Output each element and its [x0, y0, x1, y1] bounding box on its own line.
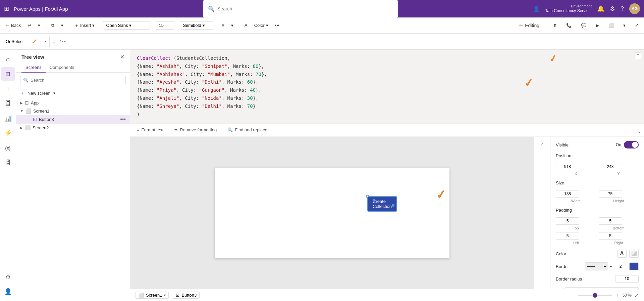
properties-collapse-btn[interactable]: ⌃ [540, 140, 545, 150]
find-replace-icon: 🔍 [227, 127, 233, 132]
expand-canvas-button[interactable]: ⤢ [634, 292, 639, 298]
undo-dropdown-button[interactable]: ▾ [35, 22, 43, 29]
align-button[interactable]: ≡ [219, 22, 227, 29]
grid-icon[interactable]: ⊞ [4, 5, 9, 12]
copy-button[interactable]: ⧉ [49, 22, 57, 30]
align-dropdown-button[interactable]: ▾ [228, 22, 236, 29]
tree-close-button[interactable]: ✕ [120, 54, 124, 60]
color-text-icon[interactable]: A [617, 250, 627, 258]
tree-item-screen1[interactable]: ▼ ⬜ Screen1 [16, 107, 130, 115]
padding-top-input[interactable] [556, 217, 579, 225]
zoom-slider[interactable] [578, 295, 612, 296]
preview-dropdown-button[interactable]: ▾ [621, 22, 628, 29]
create-collection-button[interactable]: Create Collection [367, 196, 397, 212]
size-height-input[interactable] [599, 190, 622, 198]
border-width-input[interactable] [614, 263, 627, 270]
more-button[interactable]: ••• [272, 22, 282, 29]
size-label-row: Size [556, 180, 639, 185]
color-button[interactable]: Color ▾ [252, 22, 271, 29]
prop-padding: Padding Top Bottom [556, 208, 639, 245]
padding-right-input[interactable] [599, 232, 622, 240]
code-collapse-top[interactable]: ⌃ [635, 52, 641, 59]
padding-left-input[interactable] [556, 232, 579, 240]
button3-selector[interactable]: ⊡ Button3 [173, 292, 200, 299]
settings-icon[interactable]: ⚙ [610, 5, 615, 12]
tree-icon-btn[interactable]: ⊞ [1, 67, 15, 81]
sep5 [177, 22, 177, 30]
undo-button[interactable]: ↩ [25, 22, 34, 29]
sidebar-icons: ⌂ ⊞ ＋ 🗄 📊 ⚡ (x) 🎛 ⚙ 👤 [0, 50, 16, 301]
comment-button[interactable]: 💬 [578, 22, 589, 29]
property-selector[interactable]: OnSelect ✓ ▾ [3, 36, 50, 47]
help-icon[interactable]: ? [621, 5, 624, 12]
screen-selector[interactable]: ⬜ Screen1 ▾ [136, 292, 169, 299]
sep4 [153, 22, 153, 30]
property-check: ✓ [32, 38, 37, 46]
copy-dropdown-button[interactable]: ▾ [58, 22, 66, 29]
border-radius-input[interactable] [615, 275, 639, 283]
search-bar[interactable]: 🔍 [203, 0, 398, 17]
fullscreen-button[interactable]: ⤢ [632, 22, 641, 29]
code-collapse-bottom[interactable]: ⌄ [638, 129, 641, 134]
color-fill-icon[interactable] [629, 250, 639, 258]
screen-icon: ⬜ [139, 293, 144, 298]
size-height-col: Height [599, 190, 639, 203]
font-selector[interactable]: Open Sans ▾ [103, 21, 150, 30]
variables-icon-btn[interactable]: (x) [1, 141, 15, 155]
settings-icon-btn[interactable]: ⚙ [1, 270, 15, 284]
size-inputs: Width Height [556, 190, 639, 203]
tree-item-screen2[interactable]: ▶ ⬜ Screen2 [16, 124, 130, 132]
position-x-input[interactable] [556, 163, 579, 170]
insert-icon-btn[interactable]: ＋ [1, 82, 15, 95]
avatar[interactable]: AG [629, 3, 640, 14]
remove-formatting-button[interactable]: ≡̶ Remove formatting [171, 126, 219, 134]
search-container: 🔍 [71, 0, 530, 17]
padding-bottom-col: Bottom [599, 217, 639, 230]
play-button[interactable]: ▶ [593, 22, 602, 29]
controls-icon-btn[interactable]: 🎛 [1, 156, 15, 169]
tree-search[interactable]: 🔍 [20, 76, 126, 84]
tree-panel: Tree view ✕ Screens Components 🔍 ＋ New s… [16, 50, 130, 301]
tree-item-button3[interactable]: ▶ ⊡ Button3 ••• [16, 115, 130, 124]
tree-item-app[interactable]: ▶ ⊡ App [16, 99, 130, 107]
sep1 [46, 22, 46, 30]
data-icon-btn[interactable]: 🗄 [1, 97, 15, 110]
border-style-select[interactable]: —— [585, 262, 608, 270]
user-icon-btn[interactable]: 👤 [1, 285, 15, 298]
tab-screens[interactable]: Screens [21, 63, 46, 73]
flow-icon-btn[interactable]: ⚡ [1, 126, 15, 140]
tree-search-input[interactable] [31, 78, 123, 83]
new-screen-button[interactable]: ＋ New screen ▾ [16, 88, 130, 99]
fx-button[interactable]: f x ▾ [58, 38, 67, 46]
insert-button[interactable]: ＋ Insert ▾ [72, 21, 98, 30]
call-button[interactable]: 📞 [564, 22, 574, 29]
font-weight-selector[interactable]: Semibold ▾ [180, 21, 213, 30]
preview-button[interactable]: ⬜ [606, 22, 616, 29]
back-button[interactable]: ← Back [3, 22, 23, 29]
find-replace-button[interactable]: 🔍 Find and replace [225, 126, 270, 134]
font-size-selector[interactable]: 15 [156, 21, 174, 30]
font-color-button[interactable]: A [242, 22, 250, 29]
visible-toggle[interactable] [624, 141, 639, 148]
tab-components[interactable]: Components [46, 63, 78, 73]
zoom-slider-thumb[interactable] [593, 293, 597, 298]
canvas-area[interactable]: Create Collection ✓ [130, 137, 534, 289]
search-input[interactable] [217, 6, 393, 11]
bell-icon[interactable]: 🔔 [597, 5, 604, 12]
border-color-swatch[interactable] [629, 262, 639, 270]
button3-more-icon[interactable]: ••• [120, 116, 126, 122]
zoom-out-button[interactable]: － [570, 292, 576, 299]
chart-icon-btn[interactable]: 📊 [1, 112, 15, 125]
padding-bottom-input[interactable] [599, 217, 622, 225]
share-button[interactable]: ⬆ [550, 22, 559, 29]
home-icon-btn[interactable]: ⌂ [1, 52, 15, 66]
formula-bar: OnSelect ✓ ▾ = f x ▾ [0, 34, 644, 50]
toolbar-right: ✏ Editing ⬆ 📞 💬 ▶ ⬜ ▾ ⤢ [519, 22, 641, 30]
size-width-input[interactable] [556, 190, 579, 198]
handle-bc[interactable] [366, 195, 369, 198]
position-y-input[interactable] [599, 163, 622, 170]
zoom-in-button[interactable]: ＋ [614, 292, 620, 299]
format-text-button[interactable]: ≡ Format text [134, 126, 166, 134]
button-icon: ⊡ [176, 293, 179, 298]
code-editor[interactable]: ClearCollect (StudentsCollection, {Name:… [130, 50, 644, 124]
